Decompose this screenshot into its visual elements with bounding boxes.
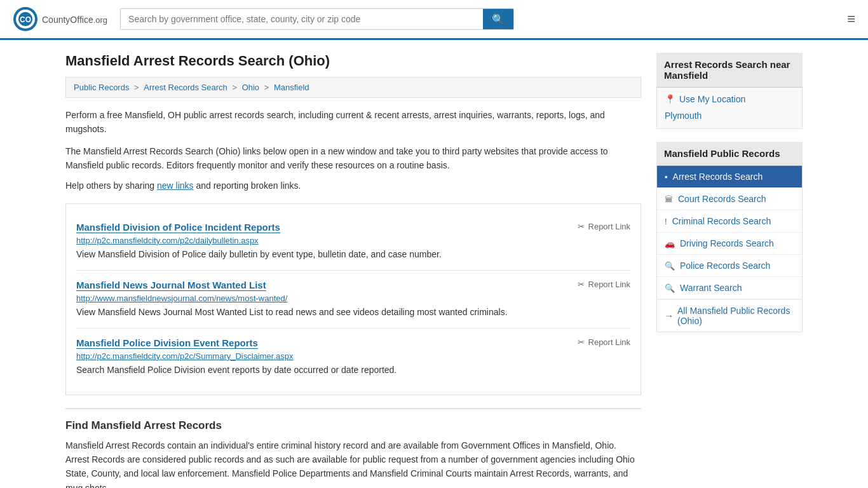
criminal-icon: ! xyxy=(665,217,667,226)
search-bar: 🔍 xyxy=(120,8,514,30)
record-desc-2: View Mansfield News Journal Most Wanted … xyxy=(76,306,630,319)
record-url-1[interactable]: http://p2c.mansfieldcity.com/p2c/dailybu… xyxy=(76,236,630,245)
record-header: Mansfield Police Division Event Reports … xyxy=(76,337,630,349)
record-title-2[interactable]: Mansfield News Journal Most Wanted List xyxy=(76,280,266,291)
record-title-3[interactable]: Mansfield Police Division Event Reports xyxy=(76,337,258,349)
record-header: Mansfield News Journal Most Wanted List … xyxy=(76,280,630,291)
breadcrumb-arrest-records[interactable]: Arrest Records Search xyxy=(144,83,227,92)
page-title: Mansfield Arrest Records Search (Ohio) xyxy=(65,53,641,69)
all-records-link[interactable]: → All Mansfield Public Records (Ohio) xyxy=(657,299,802,332)
record-entry: Mansfield Division of Police Incident Re… xyxy=(76,213,630,271)
report-link-3[interactable]: ✂ Report Link xyxy=(578,337,630,347)
description-2: The Mansfield Arrest Records Search (Ohi… xyxy=(65,144,641,173)
scissor-icon-3: ✂ xyxy=(578,337,585,347)
sidebar-item-court-records[interactable]: 🏛 Court Records Search xyxy=(657,188,802,210)
sidebar-item-driving-records[interactable]: 🚗 Driving Records Search xyxy=(657,233,802,255)
report-link-2[interactable]: ✂ Report Link xyxy=(578,280,630,289)
arrest-icon: ▪ xyxy=(665,172,668,182)
nearby-city-plymouth[interactable]: Plymouth xyxy=(665,109,794,122)
find-title: Find Mansfield Arrest Records xyxy=(65,419,641,432)
scissor-icon-1: ✂ xyxy=(578,222,585,231)
record-desc-3: Search Mansfield Police Division event r… xyxy=(76,363,630,377)
record-entry: Mansfield News Journal Most Wanted List … xyxy=(76,271,630,329)
main-container: Mansfield Arrest Records Search (Ohio) P… xyxy=(53,40,815,488)
sidebar-item-arrest-records[interactable]: ▪ Arrest Records Search xyxy=(657,166,802,188)
record-url-2[interactable]: http://www.mansfieldnewsjournal.com/news… xyxy=(76,294,630,303)
records-section: Mansfield Division of Police Incident Re… xyxy=(65,203,641,395)
breadcrumb-sep-1: > xyxy=(134,83,141,92)
search-button[interactable]: 🔍 xyxy=(483,9,513,29)
location-pin-icon: 📍 xyxy=(665,94,675,104)
breadcrumb-ohio[interactable]: Ohio xyxy=(242,83,259,92)
sidebar-nav: ▪ Arrest Records Search 🏛 Court Records … xyxy=(656,166,803,332)
sidebar: Arrest Records Search near Mansfield 📍 U… xyxy=(656,53,803,488)
logo-icon: CO xyxy=(13,6,38,32)
logo[interactable]: CO CountyOffice.org xyxy=(13,6,107,32)
report-link-1[interactable]: ✂ Report Link xyxy=(578,222,630,231)
use-my-location[interactable]: 📍 Use My Location xyxy=(665,94,794,104)
arrow-icon: → xyxy=(665,311,674,321)
svg-text:CO: CO xyxy=(20,15,31,24)
new-links[interactable]: new links xyxy=(157,180,194,191)
record-desc-1: View Mansfield Division of Police daily … xyxy=(76,248,630,261)
sidebar-nav-header: Mansfield Public Records xyxy=(656,142,803,166)
court-icon: 🏛 xyxy=(665,194,673,204)
warrant-icon: 🔍 xyxy=(665,283,675,293)
find-text: Mansfield Arrest Records contain an indi… xyxy=(65,438,641,488)
breadcrumb: Public Records > Arrest Records Search >… xyxy=(65,77,641,98)
sidebar-item-police-records[interactable]: 🔍 Police Records Search xyxy=(657,255,802,277)
scissor-icon-2: ✂ xyxy=(578,280,585,289)
record-title-1[interactable]: Mansfield Division of Police Incident Re… xyxy=(76,222,280,233)
sidebar-item-criminal-records[interactable]: ! Criminal Records Search xyxy=(657,210,802,233)
record-url-3[interactable]: http://p2c.mansfieldcity.com/p2c/Summary… xyxy=(76,351,630,361)
description-1: Perform a free Mansfield, OH public arre… xyxy=(65,108,641,137)
record-entry: Mansfield Police Division Event Reports … xyxy=(76,329,630,386)
breadcrumb-mansfield[interactable]: Mansfield xyxy=(274,83,309,92)
sidebar-nav-section: Mansfield Public Records ▪ Arrest Record… xyxy=(656,142,803,332)
menu-icon[interactable]: ≡ xyxy=(847,11,855,27)
breadcrumb-public-records[interactable]: Public Records xyxy=(74,83,129,92)
police-icon: 🔍 xyxy=(665,261,675,271)
find-section: Find Mansfield Arrest Records Mansfield … xyxy=(65,408,641,488)
sidebar-location: 📍 Use My Location Plymouth xyxy=(656,88,803,129)
sidebar-item-warrant-search[interactable]: 🔍 Warrant Search xyxy=(657,277,802,299)
help-text: Help others by sharing new links and rep… xyxy=(65,180,641,191)
logo-text: CountyOffice.org xyxy=(42,13,107,26)
breadcrumb-sep-3: > xyxy=(264,83,271,92)
search-input[interactable] xyxy=(121,9,483,29)
record-header: Mansfield Division of Police Incident Re… xyxy=(76,222,630,233)
sidebar-nearby-header: Arrest Records Search near Mansfield xyxy=(656,53,803,88)
breadcrumb-sep-2: > xyxy=(232,83,239,92)
driving-icon: 🚗 xyxy=(665,239,675,248)
header: CO CountyOffice.org 🔍 ≡ xyxy=(0,0,868,40)
sidebar-nearby-section: Arrest Records Search near Mansfield 📍 U… xyxy=(656,53,803,129)
content-area: Mansfield Arrest Records Search (Ohio) P… xyxy=(65,53,641,488)
